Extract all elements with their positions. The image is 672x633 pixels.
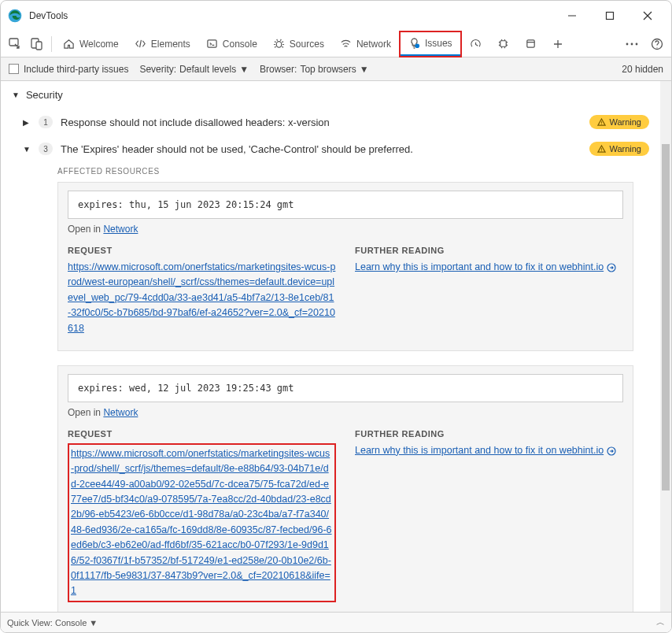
chevron-down-icon: ▼ xyxy=(239,64,249,75)
svg-rect-11 xyxy=(500,41,506,47)
caret-down-icon: ▼ xyxy=(23,145,31,154)
svg-point-17 xyxy=(631,43,633,45)
tab-issues-highlighted[interactable]: Issues xyxy=(399,31,462,57)
svg-point-9 xyxy=(276,42,282,48)
chip-icon xyxy=(497,38,509,50)
caret-down-icon: ▼ xyxy=(12,91,20,99)
severity-filter[interactable]: Severity:Default levels▼ xyxy=(139,64,249,75)
security-section-header[interactable]: ▼ Security xyxy=(1,81,660,109)
svg-point-21 xyxy=(601,124,602,124)
third-party-checkbox[interactable]: Include third-party issues xyxy=(9,64,128,75)
request-header: REQUEST xyxy=(68,429,336,439)
warning-badge: Warning xyxy=(589,142,649,156)
svg-rect-5 xyxy=(9,39,18,46)
tab-application[interactable] xyxy=(517,31,545,57)
further-reading-column: FURTHER READING Learn why this is import… xyxy=(355,246,623,336)
chevron-down-icon: ▼ xyxy=(360,64,369,75)
add-tab-button[interactable] xyxy=(545,31,571,57)
home-icon xyxy=(63,38,75,50)
warning-icon xyxy=(597,118,606,127)
tab-sources-label: Sources xyxy=(290,39,324,50)
tabs: Welcome Elements Console Sources Network… xyxy=(55,31,621,57)
external-link-icon xyxy=(607,263,616,272)
device-emulation-icon[interactable] xyxy=(26,33,48,55)
lightbulb-icon xyxy=(408,37,420,49)
inspect-element-icon[interactable] xyxy=(4,33,26,55)
browser-filter[interactable]: Browser:Top browsers▼ xyxy=(260,64,369,75)
expires-header-box: expires: thu, 15 jun 2023 20:15:24 gmt xyxy=(68,191,623,219)
request-column: REQUEST https://www.microsoft.com/onerfs… xyxy=(68,429,336,602)
further-reading-column: FURTHER READING Learn why this is import… xyxy=(355,429,623,602)
checkbox-icon xyxy=(9,64,19,74)
further-reading-link[interactable]: Learn why this is important and how to f… xyxy=(355,261,604,272)
issues-content: ▼ Security ▶ 1 Response should not inclu… xyxy=(1,81,660,612)
open-in-network-link[interactable]: Network xyxy=(103,407,138,418)
issue-count: 1 xyxy=(39,116,53,128)
tab-welcome[interactable]: Welcome xyxy=(55,31,127,57)
filters-bar: Include third-party issues Severity:Defa… xyxy=(1,57,671,81)
content-wrapper: ▼ Security ▶ 1 Response should not inclu… xyxy=(1,81,671,612)
expires-header-box: expires: wed, 12 jul 2023 19:25:43 gmt xyxy=(68,374,623,402)
tab-network-label: Network xyxy=(356,39,391,50)
toolbar-right xyxy=(621,33,668,55)
chevron-down-icon: ▼ xyxy=(89,618,98,627)
open-in-network-link[interactable]: Network xyxy=(103,224,138,235)
further-reading-header: FURTHER READING xyxy=(355,429,623,439)
tab-console[interactable]: Console xyxy=(198,31,265,57)
request-url-link[interactable]: https://www.microsoft.com/onerfstatics/m… xyxy=(71,446,333,599)
affected-resources-section: AFFECTED RESOURCES expires: thu, 15 jun … xyxy=(1,162,644,612)
scrollbar-thumb[interactable] xyxy=(662,144,670,490)
issue-row[interactable]: ▶ 1 Response should not include disallow… xyxy=(1,109,660,135)
svg-point-16 xyxy=(626,43,629,45)
gauge-icon xyxy=(470,38,482,50)
console-icon xyxy=(206,38,218,50)
open-in-line: Open in Network xyxy=(68,407,623,418)
resource-card: expires: thu, 15 jun 2023 20:15:24 gmt O… xyxy=(57,182,633,351)
warning-badge: Warning xyxy=(589,115,649,129)
chevron-up-icon[interactable]: ︿ xyxy=(656,616,665,628)
hidden-count[interactable]: 20 hidden xyxy=(622,64,663,75)
open-in-line: Open in Network xyxy=(68,224,623,235)
scrollbar[interactable] xyxy=(660,81,671,612)
quickview-label: Quick View: xyxy=(7,618,53,627)
bug-icon xyxy=(273,38,285,50)
caret-right-icon: ▶ xyxy=(23,118,31,127)
more-menu-icon[interactable] xyxy=(621,33,643,55)
third-party-label: Include third-party issues xyxy=(24,64,128,75)
issue-row[interactable]: ▼ 3 The 'Expires' header should not be u… xyxy=(1,135,660,162)
quickview-bar[interactable]: Quick View: Console ▼ ︿ xyxy=(1,612,671,632)
tab-network[interactable]: Network xyxy=(332,31,399,57)
app-icon xyxy=(525,38,537,50)
close-button[interactable] xyxy=(630,4,665,28)
edge-logo-icon xyxy=(7,8,23,24)
svg-rect-12 xyxy=(526,40,534,47)
tab-sources[interactable]: Sources xyxy=(265,31,332,57)
svg-point-10 xyxy=(415,43,419,48)
affected-resources-label: AFFECTED RESOURCES xyxy=(57,167,633,176)
warning-icon xyxy=(597,145,606,154)
help-icon[interactable] xyxy=(646,33,668,55)
minimize-button[interactable] xyxy=(555,4,589,28)
issue-title: The 'Expires' header should not be used,… xyxy=(61,143,589,155)
window-title: DevTools xyxy=(29,10,555,21)
svg-rect-8 xyxy=(208,40,216,47)
tab-issues-label: Issues xyxy=(425,38,452,49)
maximize-button[interactable] xyxy=(593,4,627,28)
tab-memory[interactable] xyxy=(489,31,517,57)
svg-rect-7 xyxy=(36,42,42,50)
tab-elements[interactable]: Elements xyxy=(127,31,198,57)
titlebar: DevTools xyxy=(1,1,671,31)
devtools-toolbar: Welcome Elements Console Sources Network… xyxy=(1,31,671,57)
tab-performance[interactable] xyxy=(462,31,489,57)
request-header: REQUEST xyxy=(68,246,336,255)
further-reading-link[interactable]: Learn why this is important and how to f… xyxy=(355,445,604,456)
further-reading-header: FURTHER READING xyxy=(355,246,623,255)
request-column: REQUEST https://www.microsoft.com/onerfs… xyxy=(68,246,336,336)
svg-point-23 xyxy=(601,150,602,151)
wifi-icon xyxy=(340,38,352,50)
window-buttons xyxy=(555,4,665,28)
tab-elements-label: Elements xyxy=(151,39,190,50)
resource-card: expires: wed, 12 jul 2023 19:25:43 gmt O… xyxy=(57,365,633,612)
separator xyxy=(51,36,52,52)
request-url-link[interactable]: https://www.microsoft.com/onerfstatics/m… xyxy=(68,260,336,336)
